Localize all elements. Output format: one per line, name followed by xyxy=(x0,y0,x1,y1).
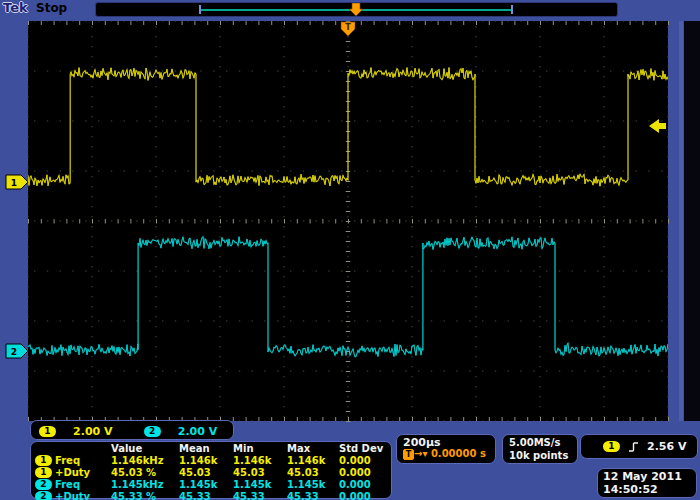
meas-name: +Duty xyxy=(55,491,90,500)
col-header-stddev: Std Dev xyxy=(339,443,383,454)
row-ch-badge: 2 xyxy=(35,491,52,500)
ch2-badge: 2 xyxy=(144,426,161,437)
row-ch-badge: 1 xyxy=(35,467,52,478)
meas-mean: 1.145k xyxy=(179,479,217,490)
col-header-min: Min xyxy=(233,443,254,454)
ch1-scale: 2.00 V xyxy=(73,425,112,438)
oscilloscope-screen: Tek Stop T 1 xyxy=(0,0,700,500)
date-label: 12 May 2011 xyxy=(603,470,696,483)
meas-mean: 1.146k xyxy=(179,455,217,466)
meas-max: 45.03 xyxy=(287,467,319,478)
measurement-row: 2 Freq 1.145kHz 1.145k 1.145k 1.145k 0.0… xyxy=(31,479,391,491)
meas-min: 1.146k xyxy=(233,455,271,466)
trigger-readout: 1 2.56 V xyxy=(580,434,698,459)
meas-value: 45.03 % xyxy=(111,467,156,478)
delay-value: 0.00000 s xyxy=(431,448,486,459)
acquisition-readout: 5.00MS/s 10k points xyxy=(502,434,578,464)
row-ch-badge: 2 xyxy=(35,479,52,490)
ch2-scale: 2.00 V xyxy=(178,425,217,438)
rising-edge-icon xyxy=(628,441,639,453)
trigger-level: 2.56 V xyxy=(647,440,686,453)
meas-name: +Duty xyxy=(55,467,90,478)
col-header-max: Max xyxy=(287,443,310,454)
meas-stddev: 0.000 xyxy=(339,479,371,490)
right-frame-line xyxy=(679,21,683,421)
meas-name: Freq xyxy=(55,479,80,490)
channel-scale-readout: 1 2.00 V 2 2.00 V xyxy=(30,420,234,440)
delay-readout: T→▾ 0.00000 s xyxy=(403,448,495,460)
col-header-mean: Mean xyxy=(179,443,210,454)
meas-value: 45.33 % xyxy=(111,491,156,500)
meas-stddev: 0.000 xyxy=(339,467,371,478)
trigger-delay-icon: T xyxy=(403,449,414,460)
meas-stddev: 0.000 xyxy=(339,455,371,466)
meas-min: 45.03 xyxy=(233,467,265,478)
horizontal-readout: 200µs T→▾ 0.00000 s xyxy=(396,434,496,464)
meas-value: 1.146kHz xyxy=(111,455,163,466)
meas-min: 1.145k xyxy=(233,479,271,490)
ch2-reference-marker: 2 xyxy=(6,344,28,358)
right-margin xyxy=(684,21,700,421)
sample-rate: 5.00MS/s xyxy=(509,436,577,449)
meas-name: Freq xyxy=(55,455,80,466)
ch1-reference-marker: 1 xyxy=(6,175,28,189)
record-length: 10k points xyxy=(509,449,577,462)
trigger-source-badge: 1 xyxy=(603,441,620,452)
svg-text:T: T xyxy=(345,23,351,32)
measurement-table: Value Mean Min Max Std Dev 1 Freq 1.146k… xyxy=(30,441,392,499)
meas-max: 45.33 xyxy=(287,491,319,500)
measurement-row: 2 +Duty 45.33 % 45.33 45.33 45.33 0.000 xyxy=(31,491,391,500)
time-label: 14:50:52 xyxy=(603,483,696,496)
measurement-row: 1 +Duty 45.03 % 45.03 45.03 45.03 0.000 xyxy=(31,467,391,479)
ch1-badge: 1 xyxy=(39,426,56,437)
col-header-value: Value xyxy=(111,443,142,454)
meas-max: 1.145k xyxy=(287,479,325,490)
meas-stddev: 0.000 xyxy=(339,491,371,500)
meas-value: 1.145kHz xyxy=(111,479,163,490)
measurement-row: 1 Freq 1.146kHz 1.146k 1.146k 1.146k 0.0… xyxy=(31,455,391,467)
meas-min: 45.33 xyxy=(233,491,265,500)
svg-text:1: 1 xyxy=(11,178,17,188)
meas-mean: 45.03 xyxy=(179,467,211,478)
row-ch-badge: 1 xyxy=(35,455,52,466)
meas-mean: 45.33 xyxy=(179,491,211,500)
meas-max: 1.146k xyxy=(287,455,325,466)
datetime-readout: 12 May 2011 14:50:52 xyxy=(597,468,697,498)
svg-text:2: 2 xyxy=(11,347,17,357)
